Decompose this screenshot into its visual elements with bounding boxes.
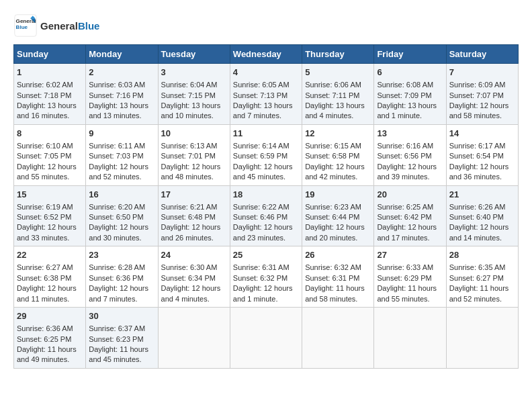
calendar-cell: 19Sunrise: 6:23 AMSunset: 6:44 PMDayligh… — [302, 185, 374, 246]
day-number: 28 — [449, 249, 515, 261]
day-info-line: Sunrise: 6:23 AM — [305, 202, 371, 212]
day-info-line: Sunset: 6:36 PM — [89, 273, 154, 283]
day-number: 24 — [161, 249, 227, 261]
day-info-line: and 7 minutes. — [89, 294, 154, 304]
day-info-line: Daylight: 13 hours — [89, 101, 154, 111]
calendar-cell: 24Sunrise: 6:30 AMSunset: 6:34 PMDayligh… — [158, 246, 230, 308]
day-number: 11 — [233, 128, 299, 140]
day-info-line: Daylight: 12 hours — [449, 162, 515, 172]
day-info-line: Sunrise: 6:16 AM — [377, 141, 443, 151]
calendar-cell: 16Sunrise: 6:20 AMSunset: 6:50 PMDayligh… — [86, 185, 158, 246]
day-info-line: Daylight: 12 hours — [377, 162, 443, 172]
day-info-line: Daylight: 12 hours — [89, 162, 154, 172]
day-info-line: Daylight: 12 hours — [17, 222, 83, 232]
week-row-4: 22Sunrise: 6:27 AMSunset: 6:38 PMDayligh… — [14, 246, 519, 308]
day-info-line: Daylight: 12 hours — [305, 162, 371, 172]
day-info-line: and 49 minutes. — [17, 355, 83, 365]
day-info-line: Sunset: 6:54 PM — [449, 151, 515, 161]
calendar-cell: 10Sunrise: 6:13 AMSunset: 7:01 PMDayligh… — [158, 124, 230, 185]
calendar-cell: 22Sunrise: 6:27 AMSunset: 6:38 PMDayligh… — [14, 246, 86, 308]
day-number: 16 — [89, 189, 154, 201]
day-info-line: Daylight: 13 hours — [233, 101, 299, 111]
day-info-line: Daylight: 11 hours — [449, 283, 515, 293]
day-info-line: Daylight: 11 hours — [17, 345, 83, 355]
day-number: 18 — [233, 189, 299, 201]
week-row-3: 15Sunrise: 6:19 AMSunset: 6:52 PMDayligh… — [14, 185, 519, 246]
day-number: 25 — [233, 249, 299, 261]
day-info-line: Sunrise: 6:17 AM — [449, 141, 515, 151]
day-info-line: Daylight: 12 hours — [161, 283, 227, 293]
day-info-line: Sunrise: 6:14 AM — [233, 141, 299, 151]
day-number: 14 — [449, 128, 515, 140]
column-header-sunday: Sunday — [14, 45, 86, 64]
day-info-line: Sunset: 6:40 PM — [449, 212, 515, 222]
logo-text: GeneralBlue — [40, 20, 99, 32]
day-info-line: and 20 minutes. — [305, 233, 371, 243]
column-header-friday: Friday — [374, 45, 446, 64]
day-info-line: Sunrise: 6:09 AM — [449, 80, 515, 90]
week-row-1: 1Sunrise: 6:02 AMSunset: 7:18 PMDaylight… — [14, 64, 519, 125]
day-info-line: Sunset: 6:56 PM — [377, 151, 443, 161]
day-info-line: Daylight: 12 hours — [233, 222, 299, 232]
day-info-line: Sunset: 7:05 PM — [17, 151, 83, 161]
day-info-line: Sunrise: 6:05 AM — [233, 80, 299, 90]
day-info-line: and 52 minutes. — [449, 294, 515, 304]
calendar-cell: 8Sunrise: 6:10 AMSunset: 7:05 PMDaylight… — [14, 124, 86, 185]
day-info-line: Daylight: 13 hours — [17, 101, 83, 111]
day-info-line: Sunset: 7:09 PM — [377, 91, 443, 101]
column-header-monday: Monday — [86, 45, 158, 64]
day-info-line: Sunset: 6:50 PM — [89, 212, 154, 222]
calendar-body: 1Sunrise: 6:02 AMSunset: 7:18 PMDaylight… — [14, 64, 519, 369]
day-number: 19 — [305, 189, 371, 201]
day-info-line: Sunset: 6:32 PM — [233, 273, 299, 283]
day-info-line: Daylight: 11 hours — [377, 283, 443, 293]
day-info-line: Sunset: 7:03 PM — [89, 151, 154, 161]
day-info-line: Sunrise: 6:27 AM — [17, 263, 83, 273]
day-info-line: Sunrise: 6:11 AM — [89, 141, 154, 151]
calendar-cell: 18Sunrise: 6:22 AMSunset: 6:46 PMDayligh… — [230, 185, 302, 246]
day-info-line: Sunrise: 6:10 AM — [17, 141, 83, 151]
day-info-line: Sunrise: 6:26 AM — [449, 202, 515, 212]
day-info-line: Sunrise: 6:37 AM — [89, 324, 154, 334]
calendar-table: SundayMondayTuesdayWednesdayThursdayFrid… — [13, 44, 519, 369]
calendar-cell: 29Sunrise: 6:36 AMSunset: 6:25 PMDayligh… — [14, 308, 86, 369]
day-info-line: Sunset: 6:59 PM — [233, 151, 299, 161]
day-info-line: Sunset: 7:11 PM — [305, 91, 371, 101]
day-info-line: Daylight: 12 hours — [377, 222, 443, 232]
day-info-line: Sunset: 6:46 PM — [233, 212, 299, 222]
day-number: 9 — [89, 128, 154, 140]
day-info-line: Daylight: 12 hours — [305, 222, 371, 232]
day-info-line: Sunrise: 6:19 AM — [17, 202, 83, 212]
day-info-line: and 48 minutes. — [161, 172, 227, 182]
day-number: 21 — [449, 189, 515, 201]
day-number: 23 — [89, 249, 154, 261]
day-info-line: and 10 minutes. — [161, 111, 227, 121]
calendar-cell: 23Sunrise: 6:28 AMSunset: 6:36 PMDayligh… — [86, 246, 158, 308]
day-info-line: Sunrise: 6:32 AM — [305, 263, 371, 273]
calendar-cell — [446, 308, 518, 369]
day-info-line: Daylight: 12 hours — [89, 222, 154, 232]
day-info-line: and 1 minute. — [233, 294, 299, 304]
column-header-wednesday: Wednesday — [230, 45, 302, 64]
calendar-cell: 2Sunrise: 6:03 AMSunset: 7:16 PMDaylight… — [86, 64, 158, 125]
day-number: 29 — [17, 310, 83, 322]
day-info-line: and 52 minutes. — [89, 172, 154, 182]
day-info-line: Sunrise: 6:02 AM — [17, 80, 83, 90]
day-number: 2 — [89, 66, 154, 79]
day-number: 3 — [161, 66, 227, 79]
day-info-line: Sunrise: 6:33 AM — [377, 263, 443, 273]
calendar-header-row: SundayMondayTuesdayWednesdayThursdayFrid… — [14, 45, 519, 64]
day-info-line: Daylight: 12 hours — [449, 101, 515, 111]
day-info-line: Daylight: 12 hours — [89, 283, 154, 293]
day-info-line: Sunrise: 6:35 AM — [449, 263, 515, 273]
day-number: 27 — [377, 249, 443, 261]
calendar-cell: 5Sunrise: 6:06 AMSunset: 7:11 PMDaylight… — [302, 64, 374, 125]
day-info-line: and 16 minutes. — [17, 111, 83, 121]
day-number: 12 — [305, 128, 371, 140]
calendar-cell: 11Sunrise: 6:14 AMSunset: 6:59 PMDayligh… — [230, 124, 302, 185]
day-info-line: and 11 minutes. — [17, 294, 83, 304]
day-info-line: Daylight: 11 hours — [89, 345, 154, 355]
calendar-cell: 25Sunrise: 6:31 AMSunset: 6:32 PMDayligh… — [230, 246, 302, 308]
day-info-line: Daylight: 11 hours — [305, 283, 371, 293]
day-info-line: Sunset: 7:07 PM — [449, 91, 515, 101]
